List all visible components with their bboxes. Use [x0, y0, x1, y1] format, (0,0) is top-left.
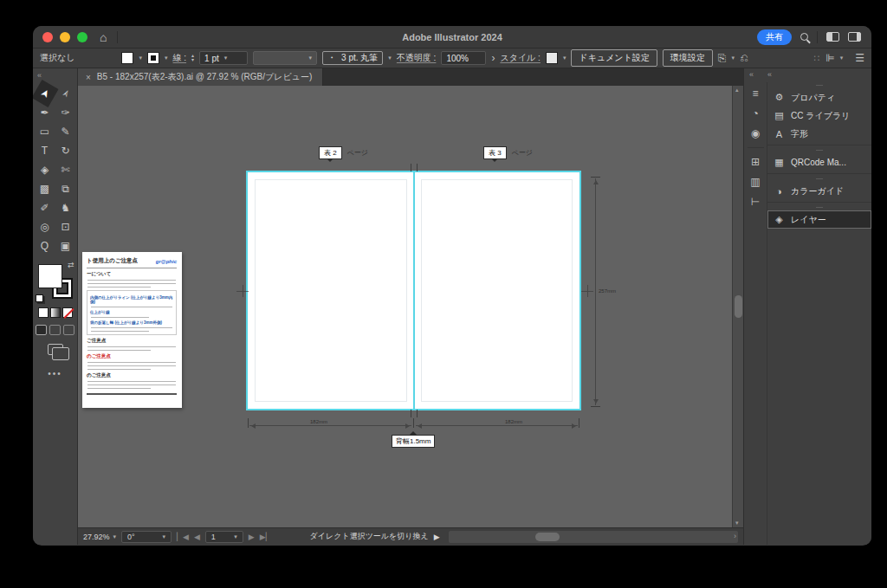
align-icon[interactable]: ⊢	[751, 196, 760, 208]
rectangle-tool[interactable]: ▭	[35, 122, 55, 141]
app-title: Adobe Illustrator 2024	[33, 32, 871, 42]
default-fill-stroke-icon[interactable]	[36, 294, 43, 302]
transform-grid-icon[interactable]: ⊞	[751, 156, 760, 168]
note-section: のご注意点	[87, 372, 177, 378]
search-icon[interactable]	[800, 33, 808, 41]
eyedropper-tool[interactable]: ✐	[35, 198, 55, 217]
artboard-number-field[interactable]: 1▾	[205, 531, 243, 543]
artboard-tool[interactable]: ⊡	[55, 217, 76, 236]
panel-cc-libraries[interactable]: ▤CC ライブラリ	[767, 107, 871, 125]
adjust-icon[interactable]: ◉	[751, 127, 760, 139]
note-title: ト使用上のご注意点	[87, 257, 138, 265]
panel-label: プロパティ	[791, 92, 835, 104]
note-document[interactable]: ト使用上のご注意点 gr@phic ーについて 内側の仕上がりライン (仕上がり…	[82, 252, 182, 408]
chevron-down-icon[interactable]: ▾	[840, 55, 844, 61]
last-page-icon: ▶▏	[260, 533, 272, 541]
collapse-dock-icon[interactable]: «	[749, 70, 754, 82]
glyph-a-icon: A	[774, 129, 785, 139]
zoom-level[interactable]: 27.92%	[83, 533, 110, 541]
panel-properties[interactable]: ⚙プロパティ	[767, 88, 871, 107]
style-swatch[interactable]	[546, 52, 558, 64]
panel-layers[interactable]: ◈レイヤー	[767, 210, 871, 229]
chevron-down-icon[interactable]: ▾	[388, 55, 392, 61]
chevron-down-icon[interactable]: ▾	[165, 55, 168, 61]
type-tool[interactable]: T	[35, 141, 55, 160]
scroll-right-icon[interactable]: ›	[734, 532, 736, 540]
draw-inside-mode-button[interactable]	[63, 325, 74, 335]
gradient-button[interactable]	[50, 307, 61, 318]
recolor-artwork-icon[interactable]: ⎘	[718, 52, 727, 64]
export-icon[interactable]: ⎌	[740, 52, 748, 64]
vertical-scroll-thumb[interactable]	[735, 295, 742, 318]
close-window-button[interactable]	[42, 32, 53, 42]
arrange-documents-icon[interactable]	[826, 32, 839, 42]
panel-qrcode[interactable]: ▦QRCode Ma...	[767, 153, 871, 171]
workspace-switcher-icon[interactable]	[848, 32, 861, 42]
paintbrush-tool[interactable]: ✎	[55, 122, 76, 141]
fill-color-swatch[interactable]	[121, 52, 133, 64]
scroll-down-icon[interactable]: ▾	[735, 520, 739, 527]
color-button[interactable]	[38, 307, 49, 318]
perspective-tool[interactable]: ▣	[55, 236, 76, 255]
draw-behind-mode-button[interactable]	[49, 325, 61, 335]
screen-mode-button[interactable]	[48, 344, 63, 355]
opacity-field[interactable]: 100%	[441, 51, 486, 65]
home-icon[interactable]: ⌂	[100, 30, 107, 44]
stroke-weight-field[interactable]: 1 pt▾	[199, 51, 248, 65]
zoom-window-button[interactable]	[77, 32, 87, 42]
document-tab[interactable]: × B5 - 182x257(表2-表3).ai @ 27.92 % (RGB/…	[78, 68, 323, 86]
opacity-more-arrow[interactable]: ›	[491, 52, 495, 64]
chevron-down-icon[interactable]: ▾	[139, 55, 142, 61]
rotation-field[interactable]: 0°▾	[121, 531, 172, 543]
document-setup-button[interactable]: ドキュメント設定	[571, 49, 657, 67]
collapse-panels-icon[interactable]: «	[767, 70, 772, 82]
curvature-tool[interactable]: ✑	[55, 103, 76, 122]
hint-arrow-icon[interactable]: ▶	[434, 533, 440, 541]
tool-hint: ダイレクト選択ツールを切り換え	[310, 531, 429, 542]
shape-builder-tool[interactable]: ⧉	[55, 179, 76, 198]
stroke-color-swatch[interactable]	[147, 52, 159, 64]
panel-glyphs[interactable]: A字形	[767, 125, 871, 143]
style-label[interactable]: スタイル :	[500, 52, 541, 64]
opacity-label[interactable]: 不透明度 :	[397, 52, 437, 64]
horizontal-scrollbar[interactable]: ›	[449, 531, 738, 543]
align-dropdown-icon[interactable]: ⊫	[825, 52, 834, 64]
draw-normal-mode-button[interactable]	[36, 325, 47, 335]
chevron-down-icon[interactable]: ▾	[563, 55, 567, 61]
color-palette-icon[interactable]: ◔	[752, 107, 758, 120]
canvas[interactable]: 表 2 ページ 表 3 ページ 182mm 182mm 257mm	[78, 86, 743, 527]
fill-proxy[interactable]	[38, 264, 62, 288]
horizontal-scroll-thumb[interactable]	[535, 533, 560, 541]
scroll-up-icon[interactable]: ▴	[735, 87, 739, 94]
swap-fill-stroke-icon[interactable]: ⇄	[68, 261, 74, 269]
panel-label: QRCode Ma...	[791, 158, 846, 167]
menu-icon[interactable]: ≡	[752, 87, 758, 100]
swatches-icon[interactable]: ▥	[750, 176, 760, 188]
zoom-tool[interactable]: Q	[35, 236, 55, 255]
chevron-down-icon[interactable]: ▾	[113, 533, 117, 540]
chevron-down-icon[interactable]: ▾	[731, 55, 735, 61]
edit-toolbar-icon[interactable]: •••	[33, 369, 77, 378]
vertical-scrollbar[interactable]: ▴ ▾	[732, 86, 743, 527]
eraser-tool[interactable]: ◈	[35, 160, 55, 179]
rotate-tool[interactable]: ↻	[55, 141, 76, 160]
panel-menu-icon[interactable]: ☰	[855, 52, 864, 64]
gradient-tool[interactable]: ▩	[35, 179, 55, 198]
fill-stroke-indicator[interactable]: ⇄	[36, 262, 74, 300]
minimize-window-button[interactable]	[60, 32, 70, 42]
close-tab-icon[interactable]: ×	[86, 73, 91, 82]
panel-label: 字形	[791, 128, 808, 140]
pen-tool[interactable]: ✒	[35, 103, 55, 122]
stroke-weight-stepper[interactable]: ▴▾	[191, 54, 194, 62]
stroke-weight-label[interactable]: 線 :	[173, 52, 187, 64]
share-button[interactable]: 共有	[757, 29, 792, 45]
panel-color-guide[interactable]: ◑カラーガイド	[767, 182, 871, 200]
first-page-icon: ▏◀	[177, 533, 189, 541]
brush-definition-field[interactable]: ・ 3 pt. 丸筆	[322, 51, 383, 65]
note-section: ご注意点	[87, 338, 177, 344]
preferences-button[interactable]: 環境設定	[663, 49, 713, 67]
scissors-tool[interactable]: ✄	[55, 160, 76, 179]
symbol-tool[interactable]: ◎	[35, 217, 55, 236]
none-button[interactable]	[62, 307, 73, 318]
puppet-warp-tool[interactable]: ♞	[55, 198, 76, 217]
